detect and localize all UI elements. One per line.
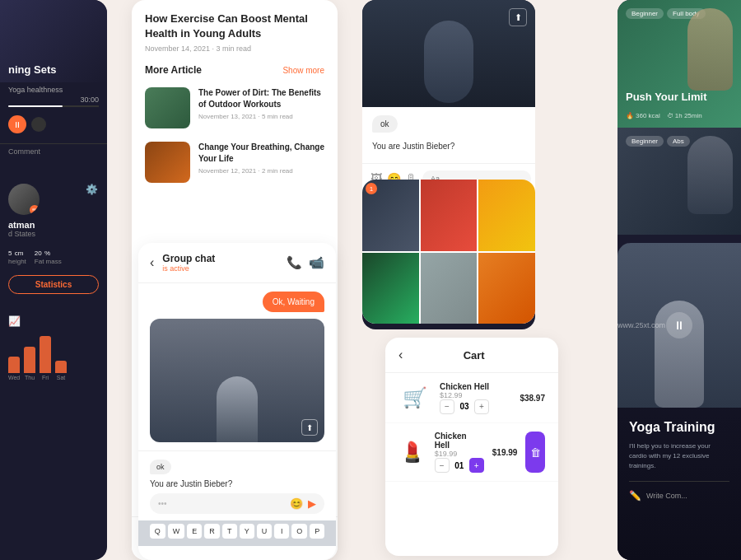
chart-section: 📈 Wed Thu Fri Sat <box>0 315 107 380</box>
gc-reply-message: You are Justin Bieber? <box>150 478 324 490</box>
gc-title: Group chat <box>162 253 287 264</box>
chat-header-photo: ⬆ <box>362 0 535 107</box>
fat-mass-stat: 20 % Fat mass <box>35 246 62 265</box>
bar-label-wed: Wed <box>8 375 20 380</box>
key-e[interactable]: E <box>187 524 202 539</box>
statistics-button[interactable]: Statistics <box>8 275 99 294</box>
yoga-content: Yoga Training I'll help you to increase … <box>618 408 741 513</box>
chat-area: ok You are Justin Bieber? <box>362 107 535 163</box>
bar-fri <box>40 336 51 373</box>
gc-emoji-icon[interactable]: 😊 <box>290 497 303 510</box>
cart-panel: ‹ Cart 🛒 Chicken Hell $12.99 − 03 + $38.… <box>385 338 558 556</box>
key-r[interactable]: R <box>204 524 220 539</box>
key-o[interactable]: O <box>291 524 307 539</box>
gc-input-row: ••• 😊 ▶ <box>150 493 324 514</box>
fitness-progress-fill <box>8 105 63 107</box>
avatar: ✏ <box>8 184 40 215</box>
gc-send-button[interactable]: ▶ <box>308 497 316 510</box>
chat-bubble-ok: ok <box>372 115 398 133</box>
key-t[interactable]: T <box>222 524 237 539</box>
phone-icon[interactable]: 📞 <box>287 255 302 270</box>
profile-name: atman <box>8 220 99 230</box>
workout-card-1[interactable]: Beginner Full body Push Your Limit 🔥 360… <box>618 0 741 128</box>
chart-icon: 📈 <box>8 315 99 327</box>
fat-value: 20 % <box>35 246 62 258</box>
play-pause-button[interactable]: ⏸ <box>8 115 26 133</box>
grid-cell-1[interactable]: 1 <box>362 180 419 251</box>
profile-section: ⚙️ ✏ atman d States 5 cm height 20 % Fat… <box>0 175 107 302</box>
key-i[interactable]: I <box>274 524 289 539</box>
gc-sent-message: Ok, Waiting <box>263 292 324 312</box>
key-w[interactable]: W <box>168 524 185 539</box>
grid-cell-3[interactable] <box>478 180 535 251</box>
article-main-meta: November 14, 2021 · 3 min read <box>145 44 324 53</box>
comment-bar[interactable]: Comment <box>0 143 107 159</box>
tag-abs: Abs <box>667 136 690 147</box>
key-u[interactable]: U <box>257 524 273 539</box>
cart-back-button[interactable]: ‹ <box>398 348 403 362</box>
yoga-description: I'll help you to increase your cardio wi… <box>629 441 729 471</box>
gc-bottom: ok You are Justin Bieber? ••• 😊 ▶ <box>138 450 336 520</box>
chat-bubble-message: You are Justin Bieber? <box>372 138 525 155</box>
workout-card-2[interactable]: Beginner Abs <box>618 128 741 235</box>
back-button[interactable]: ‹ <box>150 255 154 270</box>
workout-time: ⏱ 1h 25min <box>667 112 702 119</box>
article-item-1[interactable]: The Power of Dirt: The Benefits of Outdo… <box>132 81 338 135</box>
yoga-write-row: ✏️ Write Com... <box>629 481 729 502</box>
cart-item-2-info: Chicken Hell $19.99 − 01 + <box>435 432 484 473</box>
gc-ok-bubble: ok <box>150 460 171 474</box>
article-1-content: The Power of Dirt: The Benefits of Outdo… <box>198 87 324 120</box>
cart-header: ‹ Cart <box>385 338 558 373</box>
photo-grid-panel: 1 <box>362 180 535 324</box>
tag-beginner: Beginner <box>626 8 664 19</box>
grid-cell-6[interactable] <box>478 253 535 324</box>
cart-item-1-info: Chicken Hell $12.99 − 03 + <box>440 382 511 414</box>
video-icon[interactable]: 📹 <box>309 255 324 270</box>
yoga-write-label: Write Com... <box>646 492 687 500</box>
photo-grid: 1 <box>362 180 535 324</box>
keyboard: Q W E R T Y U I O P <box>138 520 336 546</box>
qty-increase-1[interactable]: + <box>474 399 489 414</box>
key-y[interactable]: Y <box>240 524 254 539</box>
bar-wed <box>8 357 20 373</box>
photo-upload-button[interactable]: ⬆ <box>509 8 527 26</box>
qty-decrease-2[interactable]: − <box>435 458 450 473</box>
gc-photo-upload-icon[interactable]: ⬆ <box>301 419 318 436</box>
grid-cell-4[interactable] <box>362 253 419 324</box>
qty-increase-2[interactable]: + <box>469 458 484 473</box>
settings-icon[interactable]: ⚙️ <box>86 184 99 197</box>
grid-cell-5[interactable] <box>421 253 478 324</box>
qty-2: 01 <box>453 461 466 470</box>
qty-decrease-1[interactable]: − <box>440 399 454 414</box>
bar-chart <box>8 332 99 373</box>
article-1-title: The Power of Dirt: The Benefits of Outdo… <box>198 87 324 110</box>
cart-title: Cart <box>464 349 485 362</box>
article-item-2[interactable]: Change Your Breathing, Change Your Life … <box>132 135 338 189</box>
dot-menu-icon[interactable]: ••• <box>158 499 167 508</box>
gc-chat-area: Ok, Waiting ⬆ <box>138 283 336 450</box>
keyboard-row-1: Q W E R T Y U I O P <box>143 524 331 539</box>
grid-cell-2[interactable] <box>421 180 478 251</box>
chat-photo-person <box>424 21 473 103</box>
group-chat-panel: ‹ Group chat is active 📞 📹 Ok, Waiting ⬆… <box>138 243 336 560</box>
yoga-pause-button[interactable]: ⏸ <box>666 312 692 338</box>
show-more-link[interactable]: Show more <box>282 66 324 75</box>
bar-labels: Wed Thu Fri Sat <box>8 375 99 380</box>
avatar-edit-icon[interactable]: ✏ <box>30 205 40 215</box>
profile-location: d States <box>8 230 99 238</box>
height-stat: 5 cm height <box>8 246 26 265</box>
cart-item-1-total: $38.97 <box>520 394 545 403</box>
key-q[interactable]: Q <box>150 524 165 539</box>
cart-delete-button[interactable]: 🗑 <box>525 432 545 473</box>
tag-beginner-2: Beginner <box>626 136 664 147</box>
cart-item-1-image: 🛒 <box>398 381 431 414</box>
yoga-title: Yoga Training <box>629 419 729 436</box>
qty-1: 03 <box>458 402 471 411</box>
fitness-controls: ⏸ <box>0 109 107 140</box>
fitness-timer: 30:00 <box>0 96 107 104</box>
yoga-panel: ⏸ Yoga Training I'll help you to increas… <box>618 243 741 560</box>
control-dot[interactable] <box>31 117 46 132</box>
fitness-title: ning Sets <box>8 63 57 76</box>
bar-label-fri: Fri <box>40 375 51 380</box>
key-p[interactable]: P <box>310 524 324 539</box>
